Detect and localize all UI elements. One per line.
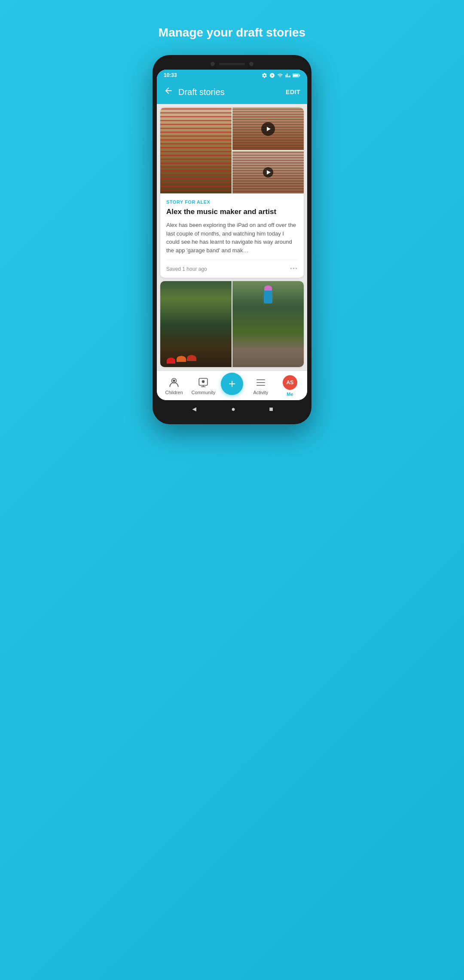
phone-camera [211,62,215,66]
outdoor-images [160,281,304,367]
nav-item-community[interactable]: Community [192,377,216,395]
play-triangle-icon [267,127,271,131]
page-title: Draft stories [178,87,286,97]
phone-device: 10:33 [153,55,311,424]
media-icon [269,73,275,78]
status-time: 10:33 [164,72,177,78]
content-area: STORY FOR ALEX Alex the music maker and … [157,104,307,371]
back-button[interactable] [164,86,173,98]
signal-icon [285,73,290,78]
children-icon [168,377,180,388]
nav-community-label: Community [192,390,216,395]
nav-me-label: Me [287,392,293,397]
phone-top-bar [157,62,307,66]
save-time: Saved 1 hour ago [166,266,207,272]
more-options-button[interactable]: ··· [290,264,298,273]
status-icons [262,73,300,78]
activity-icon [255,377,266,388]
battery-icon [293,73,300,78]
wifi-icon [277,73,283,78]
outdoor-image-2 [232,281,304,367]
story-images [160,107,304,193]
story-image-tr[interactable] [232,107,304,150]
svg-rect-2 [293,74,298,76]
story-label: STORY FOR ALEX [166,199,298,205]
story-title: Alex the music maker and artist [166,207,298,217]
story-image-br[interactable] [232,151,304,193]
story-body: STORY FOR ALEX Alex the music maker and … [160,193,304,278]
story-footer: Saved 1 hour ago ··· [166,260,298,273]
outdoor-image-1 [160,281,232,367]
status-bar: 10:33 [157,70,307,81]
edit-button[interactable]: EDIT [286,89,300,95]
phone-speaker [219,63,245,65]
story-card-2[interactable] [160,281,304,367]
back-system-icon[interactable]: ◄ [191,405,198,413]
nav-children-label: Children [165,390,183,395]
svg-rect-1 [299,74,300,76]
nav-item-children[interactable]: Children [162,377,186,395]
settings-icon [262,73,267,78]
play-button-top-right[interactable] [261,122,275,136]
nav-item-activity[interactable]: Activity [249,377,272,395]
phone-camera-2 [249,62,253,66]
system-nav: ◄ ● ■ [157,400,307,418]
app-header: Draft stories EDIT [157,81,307,104]
story-body-text: Alex has been exploring the iPad on and … [166,221,298,254]
avatar: AS [283,375,297,390]
svg-point-4 [173,380,175,382]
svg-point-6 [202,380,205,383]
nav-add-button[interactable]: + [221,373,243,395]
community-icon [198,377,209,388]
story-main-image [160,107,232,193]
avatar-initials: AS [287,380,294,386]
nav-activity-label: Activity [253,390,268,395]
phone-screen: 10:33 [157,70,307,400]
home-system-icon[interactable]: ● [231,405,235,413]
play-triangle-icon-2 [267,170,271,175]
bottom-nav: Children Community + Activity [157,371,307,400]
page-headline: Manage your draft stories [159,26,305,40]
play-button-bottom-right[interactable] [263,167,273,178]
nav-item-me[interactable]: AS Me [278,375,302,397]
plus-icon: + [229,378,235,390]
story-card-1[interactable]: STORY FOR ALEX Alex the music maker and … [160,107,304,278]
recents-system-icon[interactable]: ■ [269,405,273,413]
